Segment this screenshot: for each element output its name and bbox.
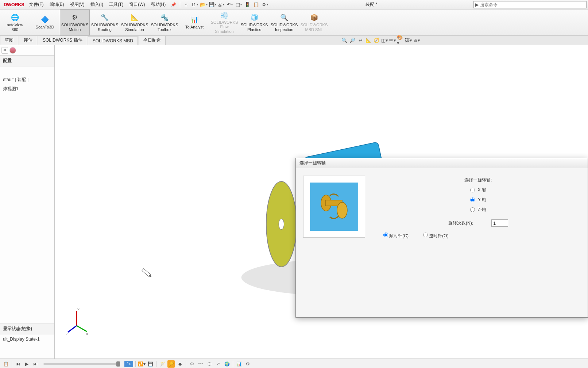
inspection-icon: 🔍 — [280, 13, 289, 22]
settings-icon[interactable]: ⚙▾ — [262, 2, 268, 8]
playback-slider[interactable] — [43, 363, 120, 365]
menu-window[interactable]: 窗口(W) — [126, 0, 148, 9]
section-icon[interactable]: 📐 — [365, 37, 372, 44]
options-icon[interactable]: 📋 — [253, 2, 259, 8]
calc-icon[interactable]: 📋 — [2, 360, 9, 368]
menu-edit[interactable]: 编辑(E) — [47, 0, 67, 9]
radio-z-input[interactable] — [470, 207, 475, 212]
home-icon[interactable]: ⌂ — [183, 2, 189, 8]
menu-insert[interactable]: 插入(I) — [88, 0, 106, 9]
ribbon-inspection[interactable]: 🔍 SOLIDWORKSInspection — [269, 9, 299, 35]
ribbon-simulation[interactable]: 📐 SOLIDWORKSSimulation — [120, 9, 150, 35]
force-icon[interactable]: ↗ — [214, 360, 222, 368]
menu-tools[interactable]: 工具(T) — [106, 0, 126, 9]
rotations-input[interactable] — [491, 219, 508, 227]
svg-point-19 — [337, 202, 347, 218]
motor-icon[interactable]: ⚙ — [188, 360, 196, 368]
ribbon-toolbox[interactable]: 🔩 SOLIDWORKSToolbox — [150, 9, 179, 35]
search-input[interactable] — [480, 2, 585, 7]
apply-scene-icon[interactable]: 🖼▾ — [405, 37, 412, 44]
view-orient-icon[interactable]: 🧭 — [373, 37, 380, 44]
main-menu-bar: DWORKS 文件(F) 编辑(E) 视图(V) 插入(I) 工具(T) 窗口(… — [0, 0, 588, 9]
radio-x-axis[interactable]: X-轴 — [376, 187, 580, 193]
tree-item-exploded[interactable]: 炸视图1 — [0, 84, 54, 93]
print-icon[interactable]: 🖨▾ — [218, 2, 224, 8]
axis-label: 选择一旋转轴: — [376, 177, 580, 183]
ribbon-routing[interactable]: 🔧 SOLIDWORKSRouting — [90, 9, 120, 35]
ribbon-tolanalyst[interactable]: 📊 TolAnalyst — [179, 9, 209, 35]
zoom-area-icon[interactable]: 🔎 — [349, 37, 356, 44]
rebuild-icon[interactable]: 🚦 — [244, 2, 250, 8]
play-start-icon[interactable]: ⏮ — [14, 360, 22, 368]
tree-item-default[interactable]: efault [ 装配 ] — [0, 75, 54, 84]
autokey-icon[interactable]: 🔑 — [167, 360, 175, 368]
pin-icon[interactable]: 📌 — [171, 2, 176, 7]
svg-line-12 — [77, 326, 87, 331]
rotations-label: 旋转次数(N): — [448, 220, 473, 226]
open-icon[interactable]: 📂▾ — [201, 2, 206, 8]
save-anim-icon[interactable]: 💾 — [147, 360, 154, 368]
svg-point-6 — [279, 219, 284, 229]
addkey-icon[interactable]: ◆ — [176, 360, 183, 368]
panel-tabs: ✥ — [0, 45, 54, 55]
search-box[interactable]: ▶ — [473, 1, 587, 8]
tab-evaluate[interactable]: 评估 — [19, 35, 37, 45]
pencil-cursor-icon — [142, 269, 152, 278]
toolbox-icon: 🔩 — [160, 13, 169, 22]
display-state-item[interactable]: ult_Display State-1 — [0, 334, 54, 344]
tab-plugins[interactable]: SOLIDWORKS 插件 — [38, 35, 87, 45]
menu-view[interactable]: 视图(V) — [67, 0, 88, 9]
radio-cw[interactable]: 顺时针(C) — [383, 233, 409, 239]
ribbon-plastics[interactable]: 🧊 SOLIDWORKSPlastics — [239, 9, 269, 35]
dialog-preview — [303, 176, 365, 238]
radio-z-axis[interactable]: Z-轴 — [376, 207, 580, 213]
prev-view-icon[interactable]: ↩ — [357, 37, 364, 44]
play-icon[interactable]: ▶ — [23, 360, 30, 368]
ribbon-photoview360[interactable]: 🌐 notoView360 — [0, 9, 30, 35]
radio-y-axis[interactable]: Y-轴 — [376, 197, 580, 203]
speed-indicator[interactable]: 1x — [124, 361, 133, 367]
separator — [180, 1, 180, 8]
search-run-icon[interactable]: ▶ — [475, 2, 479, 7]
spring-icon[interactable]: 〰 — [197, 360, 204, 368]
mbd-icon: 📦 — [310, 13, 318, 22]
tab-mbd[interactable]: SOLIDWORKS MBD — [88, 37, 138, 45]
gravity-icon[interactable]: 🌍 — [223, 360, 231, 368]
ribbon-scanto3d[interactable]: 🔷 ScanTo3D — [30, 9, 60, 35]
appearance-icon[interactable] — [9, 47, 16, 54]
radio-x-input[interactable] — [470, 188, 475, 192]
radio-y-input[interactable] — [470, 198, 475, 202]
ribbon-motion[interactable]: ⚙ SOLIDWORKSMotion — [60, 9, 90, 35]
motion-settings-icon[interactable]: ⚙ — [244, 360, 251, 368]
hide-show-icon[interactable]: 👁▾ — [389, 37, 396, 44]
ribbon-mbdsnl[interactable]: 📦 SOLIDWORKSMBD SNL — [299, 9, 329, 35]
radio-ccw[interactable]: 逆时针(O) — [423, 233, 449, 239]
move-icon[interactable]: ✥ — [1, 47, 8, 54]
results-icon[interactable]: 📊 — [235, 360, 243, 368]
save-icon[interactable]: 💾▾ — [209, 2, 215, 8]
radio-cw-input[interactable] — [383, 233, 388, 237]
scene-icon[interactable]: 🎨▾ — [397, 37, 404, 44]
play-end-icon[interactable]: ⏭ — [32, 360, 39, 368]
undo-icon[interactable]: ↶▾ — [227, 2, 233, 8]
radio-ccw-input[interactable] — [423, 233, 428, 237]
zoom-fit-icon[interactable]: 🔍 — [341, 37, 348, 44]
view-triad[interactable]: Y Z X — [66, 307, 91, 337]
motion-icon: ⚙ — [70, 13, 79, 22]
display-style-icon[interactable]: ◫▾ — [381, 37, 388, 44]
tab-today[interactable]: 今日制造 — [139, 35, 166, 45]
ribbon-flowsim[interactable]: 💨 SOLIDWORKSFlow Simulation — [209, 9, 239, 35]
tab-sketch[interactable]: 草图 — [0, 35, 18, 45]
config-header: 配置 — [0, 55, 54, 66]
new-icon[interactable]: 🗋▾ — [192, 2, 198, 8]
select-icon[interactable]: ⬚▾ — [236, 2, 241, 8]
loop-icon[interactable]: 🔁▾ — [138, 360, 145, 368]
menu-help[interactable]: 帮助(H) — [148, 0, 169, 9]
menu-file[interactable]: 文件(F) — [26, 0, 46, 9]
routing-icon: 🔧 — [100, 13, 109, 22]
app-logo: DWORKS — [1, 2, 26, 7]
animation-wizard-icon[interactable]: 🪄 — [159, 360, 166, 368]
display-state-header: 显示状态(链接) — [0, 323, 54, 334]
contact-icon[interactable]: ⬡ — [206, 360, 213, 368]
view-settings-icon[interactable]: 🖥▾ — [413, 37, 420, 44]
